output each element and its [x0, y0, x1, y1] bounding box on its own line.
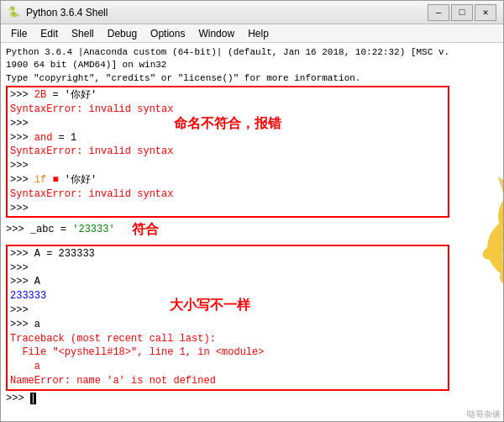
app-icon: 🐍: [8, 6, 21, 19]
menu-options[interactable]: Options: [144, 26, 192, 41]
line-A-ref: >>> A: [10, 275, 445, 289]
line-A-assign: >>> A = 233333: [10, 247, 445, 261]
svg-marker-2: [498, 177, 503, 196]
annotation-case: 大小写不一样: [170, 297, 250, 314]
case-section: >>> A = 233333 >>> >>> A 233333 >>> >>> …: [6, 245, 449, 391]
header-line1: Python 3.6.4 |Anaconda custom (64-bit)| …: [6, 46, 449, 59]
line-blank1: >>>: [10, 261, 445, 276]
pokemon-image: [458, 164, 503, 290]
line-if: >>> if ■ '你好': [10, 173, 445, 187]
maximize-button[interactable]: □: [451, 4, 473, 21]
header-line2: 1900 64 bit (AMD64)] on win32: [6, 59, 449, 71]
menu-file[interactable]: File: [4, 26, 34, 41]
shell-area: Python 3.6.4 |Anaconda custom (64-bit)| …: [6, 46, 449, 406]
menu-window[interactable]: Window: [192, 26, 241, 41]
error-and: SyntaxError: invalid syntax: [10, 145, 445, 159]
menu-bar: File Edit Shell Debug Options Window Hel…: [1, 24, 503, 43]
window-controls: — □ ✕: [428, 4, 496, 21]
shell-left: Python 3.6.4 |Anaconda custom (64-bit)| …: [6, 46, 449, 418]
line-and2: >>> and = 1: [10, 131, 445, 145]
error-section: >>> 2B = '你好' SyntaxError: invalid synta…: [6, 86, 449, 218]
nameerror-line: NameError: name 'a' is not defined: [10, 374, 445, 388]
conform-label: 符合: [132, 220, 159, 239]
line-2b: >>> 2B = '你好': [10, 88, 445, 103]
menu-help[interactable]: Help: [241, 26, 276, 41]
cursor-line: >>> |: [6, 392, 449, 406]
traceback-line1: Traceback (most recent call last):: [10, 332, 445, 346]
minimize-button[interactable]: —: [428, 4, 449, 21]
shell-content: Python 3.6.4 |Anaconda custom (64-bit)| …: [1, 43, 503, 421]
title-bar-left: 🐍 Python 3.6.4 Shell: [8, 6, 108, 19]
line-a-ref: >>> a: [10, 318, 445, 332]
conform-section: >>> _abc = '23333' 符合: [6, 220, 449, 239]
title-bar: 🐍 Python 3.6.4 Shell — □ ✕: [1, 1, 503, 24]
annotation-naming: 命名不符合，报错: [174, 115, 281, 133]
window-title: Python 3.6.4 Shell: [26, 7, 108, 18]
header-line3: Type "copyright", "credits" or "license(…: [6, 72, 449, 85]
traceback-line2: File "<pyshell#18>", line 1, in <module>: [10, 346, 445, 360]
line-after-if: >>>: [10, 202, 445, 216]
menu-debug[interactable]: Debug: [101, 26, 144, 41]
shell-right: [449, 46, 503, 418]
error-if: SyntaxError: invalid syntax: [10, 187, 445, 202]
close-button[interactable]: ✕: [475, 4, 496, 21]
menu-edit[interactable]: Edit: [34, 26, 65, 41]
traceback-line3: a: [10, 360, 445, 374]
line-if-blank: >>>: [10, 159, 445, 173]
watermark: 哒哥杂谈: [467, 409, 501, 420]
menu-shell[interactable]: Shell: [65, 26, 101, 41]
main-window: 🐍 Python 3.6.4 Shell — □ ✕ File Edit She…: [0, 0, 504, 422]
